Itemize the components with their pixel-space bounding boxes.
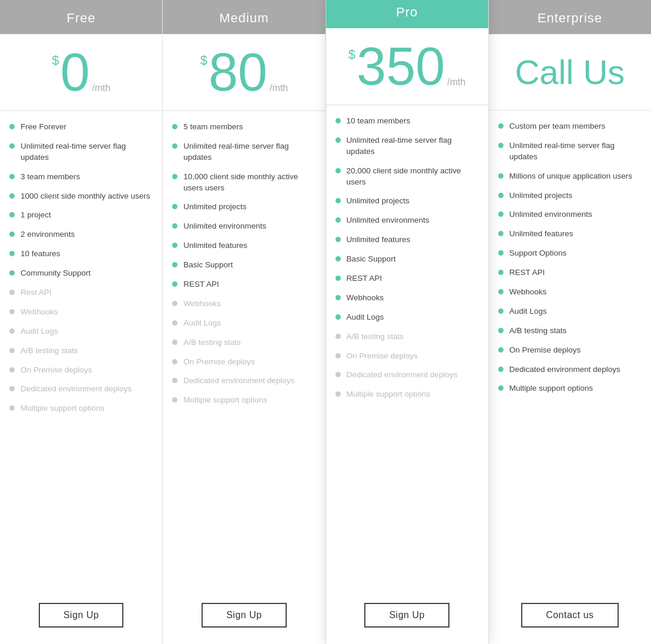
- feature-item: Webhooks: [495, 287, 640, 298]
- medium-features: 5 team membersUnlimited real-time server…: [163, 111, 325, 591]
- feature-dot: [335, 372, 341, 377]
- feature-dot: [172, 243, 177, 248]
- feature-dot: [335, 391, 341, 397]
- feature-text: On Premise deploys: [347, 351, 418, 362]
- feature-item: Dedicated environment deploys: [495, 364, 640, 375]
- feature-dot: [9, 232, 15, 237]
- enterprise-features: Custom per team membersUnlimited real-ti…: [489, 110, 651, 591]
- enterprise-title: Enterprise: [538, 11, 602, 25]
- free-dollar: $: [52, 54, 59, 67]
- free-title: Free: [67, 11, 96, 25]
- feature-item: Audit Logs: [332, 312, 478, 323]
- feature-item: Dedicated environment deploys: [169, 375, 314, 387]
- feature-item: Multiple support options: [332, 389, 478, 400]
- pro-signup-button[interactable]: Sign Up: [364, 603, 449, 628]
- feature-dot: [172, 359, 177, 364]
- feature-item: Unlimited real-time server flag updates: [495, 140, 640, 163]
- free-action: Sign Up: [0, 591, 162, 644]
- feature-dot: [335, 198, 341, 203]
- pro-price-unit: /mth: [447, 78, 465, 87]
- feature-item: Unlimited features: [332, 234, 478, 246]
- feature-text: 20,000 client side monthly active users: [347, 166, 478, 188]
- free-price: $0/mth: [0, 34, 162, 111]
- feature-item: 1 project: [6, 210, 152, 221]
- feature-dot: [498, 212, 504, 217]
- feature-item: Multiple support options: [6, 403, 152, 414]
- feature-item: Unlimited real-time server flag updates: [332, 135, 478, 157]
- feature-dot: [9, 193, 15, 199]
- feature-item: Audit Logs: [169, 318, 314, 329]
- feature-dot: [335, 353, 341, 358]
- feature-dot: [498, 328, 504, 333]
- feature-item: A/B testing stats: [169, 337, 314, 348]
- feature-text: Dedicated environment deploys: [21, 384, 132, 395]
- feature-text: Audit Logs: [183, 318, 221, 329]
- enterprise-signup-button[interactable]: Contact us: [521, 603, 618, 628]
- feature-text: Multiple support options: [183, 395, 267, 406]
- feature-dot: [498, 367, 504, 372]
- feature-dot: [335, 295, 341, 300]
- feature-text: Unlimited environments: [509, 209, 592, 220]
- feature-item: Unlimited projects: [169, 202, 314, 213]
- feature-item: Unlimited environments: [169, 221, 314, 232]
- feature-item: On Premise deploys: [495, 345, 640, 356]
- feature-text: Rest API: [21, 287, 52, 298]
- feature-item: Multiple support options: [495, 383, 640, 394]
- feature-dot: [498, 289, 504, 294]
- feature-dot: [498, 308, 504, 314]
- medium-price-number: 80: [209, 46, 267, 99]
- feature-dot: [9, 367, 15, 373]
- medium-price: $80/mth: [163, 34, 325, 111]
- feature-dot: [335, 137, 341, 143]
- feature-item: Unlimited environments: [332, 215, 478, 226]
- free-amount: $0/mth: [52, 46, 110, 99]
- feature-text: Free Forever: [21, 122, 66, 133]
- feature-item: 10 team members: [332, 116, 478, 127]
- feature-item: Free Forever: [6, 122, 152, 133]
- medium-signup-button[interactable]: Sign Up: [202, 603, 286, 628]
- feature-item: Custom per team members: [495, 121, 640, 132]
- feature-dot: [9, 290, 15, 295]
- feature-text: 10,000 client side monthly active users …: [183, 172, 314, 194]
- pricing-table: Free$0/mthFree ForeverUnlimited real-tim…: [0, 0, 651, 644]
- feature-dot: [9, 386, 15, 391]
- feature-item: Unlimited environments: [495, 209, 640, 220]
- free-header: Free: [0, 0, 162, 34]
- free-price-unit: /mth: [92, 83, 110, 93]
- feature-text: On Premise deploys: [183, 357, 255, 368]
- feature-text: Custom per team members: [509, 121, 606, 132]
- feature-dot: [498, 385, 504, 391]
- feature-item: Basic Support: [169, 260, 314, 271]
- medium-action: Sign Up: [163, 591, 325, 644]
- feature-text: 3 team members: [21, 172, 80, 183]
- feature-dot: [335, 314, 341, 320]
- feature-dot: [335, 168, 341, 173]
- feature-item: Webhooks: [332, 293, 478, 304]
- feature-item: Dedicated environment deploys: [6, 384, 152, 395]
- feature-text: REST API: [183, 279, 219, 290]
- feature-dot: [172, 223, 177, 229]
- feature-text: Unlimited projects: [183, 202, 246, 213]
- feature-dot: [172, 320, 177, 326]
- feature-text: 1000 client side monthly active users: [21, 191, 150, 202]
- feature-dot: [498, 173, 504, 179]
- feature-item: 10,000 client side monthly active users …: [169, 172, 314, 194]
- feature-item: 1000 client side monthly active users: [6, 191, 152, 202]
- feature-item: Webhooks: [169, 298, 314, 310]
- pro-price-number: 350: [357, 40, 445, 93]
- free-signup-button[interactable]: Sign Up: [39, 603, 123, 628]
- plan-enterprise: EnterpriseCall UsCustom per team members…: [489, 0, 651, 644]
- feature-dot: [335, 334, 341, 339]
- feature-text: Dedicated environment deploys: [183, 375, 294, 387]
- feature-dot: [9, 309, 15, 314]
- feature-text: On Premise deploys: [509, 345, 581, 356]
- feature-text: REST API: [347, 273, 382, 284]
- feature-item: On Premise deploys: [169, 357, 314, 368]
- enterprise-price: Call Us: [489, 34, 651, 110]
- feature-text: 1 project: [21, 210, 51, 221]
- feature-dot: [335, 118, 341, 123]
- feature-dot: [172, 262, 177, 267]
- feature-dot: [498, 250, 504, 256]
- feature-dot: [9, 270, 15, 276]
- feature-dot: [9, 348, 15, 353]
